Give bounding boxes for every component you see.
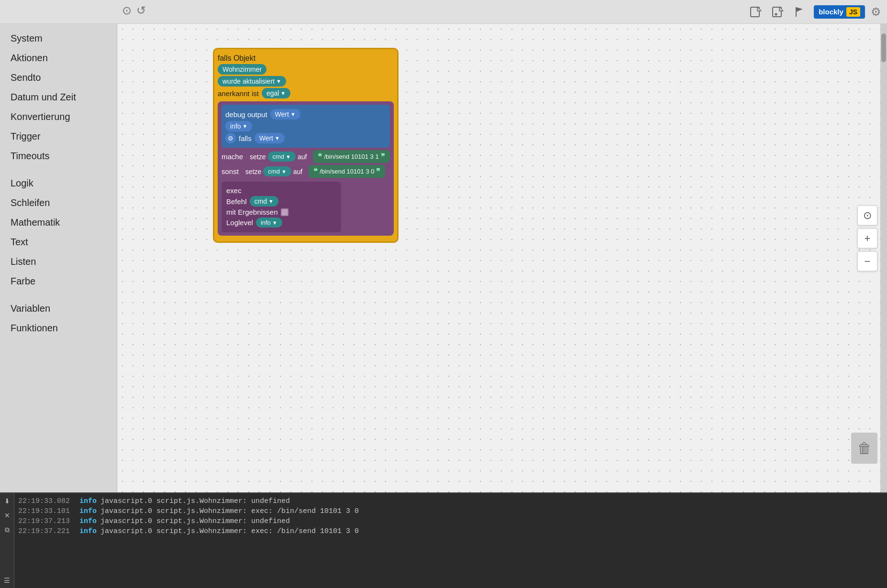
- log-msg-4: javascript.0 script.js.Wohnzimmer: exec:…: [100, 527, 359, 535]
- info-dropdown[interactable]: info ▼: [225, 121, 252, 131]
- wert1-button[interactable]: Wert ▼: [270, 109, 300, 120]
- log-clear-icon[interactable]: ✕: [4, 512, 10, 519]
- sidebar-item-farbe[interactable]: Farbe: [0, 272, 117, 291]
- zoom-in-button[interactable]: +: [857, 229, 877, 249]
- setze1-container: setze cmd ▼ auf: [246, 150, 310, 163]
- debug-label: debug output: [225, 110, 267, 119]
- log-content: 22:19:33.082 info javascript.0 script.js…: [14, 493, 887, 588]
- toolbar: ⊙ ↺ blockly JS ⚙: [0, 0, 887, 24]
- log-line-1: 22:19:33.082 info javascript.0 script.js…: [18, 496, 883, 506]
- sidebar-item-mathematik[interactable]: Mathematik: [0, 213, 117, 232]
- sidebar-item-text[interactable]: Text: [0, 232, 117, 252]
- sidebar-item-listen[interactable]: Listen: [0, 252, 117, 272]
- wert2-button[interactable]: Wert ▼: [255, 133, 285, 143]
- falls-objekt-row: falls Objekt: [218, 54, 394, 63]
- falls-objekt-label: falls Objekt: [218, 54, 255, 63]
- canvas[interactable]: falls Objekt Wohnzimmer wurde aktualisie…: [117, 24, 887, 492]
- blockly-badge[interactable]: blockly JS: [814, 5, 865, 19]
- trash-bin[interactable]: 🗑: [851, 433, 877, 464]
- js-label: JS: [846, 7, 860, 17]
- log-level-4: info: [79, 527, 97, 535]
- sonst-row: sonst setze cmd ▼ auf ❝: [222, 165, 390, 178]
- log-time-4: 22:19:37.221: [18, 527, 76, 535]
- log-sidebar: ⬇ ✕ ⧉ ☰: [0, 493, 14, 588]
- refresh-icon[interactable]: ↺: [136, 4, 146, 17]
- log-copy-icon[interactable]: ⧉: [5, 526, 10, 534]
- mache-label: mache: [222, 152, 243, 161]
- mit-ergebnissen-row: mit Ergebnissen: [226, 208, 336, 216]
- string1-block: ❝ /bin/send 10101 3 1 ❞: [313, 150, 389, 163]
- sidebar-item-datum[interactable]: Datum und Zeit: [0, 87, 117, 107]
- exec-block: exec Befehl cmd ▼ mit Ergebnissen: [222, 182, 341, 232]
- zoom-out-button[interactable]: −: [857, 251, 877, 272]
- sidebar-item-trigger[interactable]: Trigger: [0, 127, 117, 146]
- debug-block: debug output Wert ▼ info ▼: [222, 105, 390, 148]
- setze2-label: setze: [245, 168, 261, 175]
- main-area: System Aktionen Sendto Datum und Zeit Ko…: [0, 24, 887, 492]
- sidebar-item-schleifen[interactable]: Schleifen: [0, 193, 117, 213]
- sidebar-item-logik[interactable]: Logik: [0, 174, 117, 193]
- sidebar-item-konvertierung[interactable]: Konvertierung: [0, 107, 117, 127]
- log-download-icon[interactable]: ⬇: [4, 497, 10, 505]
- log-time-1: 22:19:33.082: [18, 497, 76, 505]
- wohnzimmer-row: Wohnzimmer: [218, 64, 394, 75]
- target-icon[interactable]: ⊙: [122, 4, 132, 17]
- sidebar-item-sendto[interactable]: Sendto: [0, 68, 117, 87]
- log-msg-2: javascript.0 script.js.Wohnzimmer: exec:…: [100, 507, 359, 515]
- loglevel-dropdown[interactable]: info ▼: [256, 218, 282, 228]
- exec-row: exec: [226, 186, 336, 195]
- scrollbar-right[interactable]: [880, 24, 887, 492]
- debug-row: debug output Wert ▼: [225, 109, 386, 120]
- auf1-label: auf: [298, 153, 307, 161]
- info-row: info ▼: [225, 121, 386, 131]
- log-msg-3: javascript.0 script.js.Wohnzimmer: undef…: [100, 517, 290, 525]
- log-line-2: 22:19:33.101 info javascript.0 script.js…: [18, 506, 883, 516]
- cmd1-button[interactable]: cmd ▼: [268, 152, 296, 162]
- string2-block: ❝ /bin/send 10101 3 0 ❞: [309, 165, 385, 178]
- log-level-1: info: [79, 497, 97, 505]
- befehl-row: Befehl cmd ▼: [226, 196, 336, 207]
- settings-icon[interactable]: ⚙: [871, 5, 881, 19]
- egal-button[interactable]: egal ▼: [262, 88, 290, 98]
- cmd2-button[interactable]: cmd ▼: [263, 166, 291, 176]
- wohnzimmer-button[interactable]: Wohnzimmer: [218, 64, 266, 75]
- import-icon[interactable]: [770, 4, 786, 20]
- string2-value: /bin/send 10101 3 0: [320, 168, 374, 175]
- wurde-aktualisiert-button[interactable]: wurde aktualisiert ▼: [218, 76, 286, 87]
- sidebar-item-variablen[interactable]: Variablen: [0, 299, 117, 318]
- blockly-label: blockly: [819, 8, 843, 16]
- sidebar-item-system[interactable]: System: [0, 29, 117, 48]
- setze1-label: setze: [250, 153, 266, 161]
- befehl-label: Befehl: [226, 197, 247, 206]
- cmd-dropdown[interactable]: cmd ▼: [250, 196, 278, 207]
- zoom-controls: ⊙ + −: [857, 206, 877, 272]
- export-icon[interactable]: [748, 4, 764, 20]
- falls-wert-row: ⚙ falls Wert ▼: [225, 133, 386, 143]
- log-line-4: 22:19:37.221 info javascript.0 script.js…: [18, 526, 883, 536]
- setze-block-1: setze cmd ▼ auf ❝ /bin/send 10101 3 1: [246, 150, 390, 163]
- mit-ergebnissen-label: mit Ergebnissen: [226, 208, 278, 216]
- setze-block-2: setze cmd ▼ auf ❝ /bin/send 10101 3 0: [242, 165, 386, 178]
- log-level-3: info: [79, 517, 97, 525]
- outer-block: falls Objekt Wohnzimmer wurde aktualisie…: [213, 48, 399, 243]
- auf2-label: auf: [293, 168, 302, 175]
- falls-gear-icon[interactable]: ⚙: [225, 133, 236, 143]
- log-bottom-icon[interactable]: ☰: [4, 577, 10, 584]
- string1-value: /bin/send 10101 3 1: [324, 153, 378, 160]
- blocks-container: falls Objekt Wohnzimmer wurde aktualisie…: [213, 48, 399, 243]
- zoom-center-button[interactable]: ⊙: [857, 206, 877, 226]
- flag-icon[interactable]: [792, 4, 808, 20]
- log-panel: ⬇ ✕ ⧉ ☰ 22:19:33.082 info javascript.0 s…: [0, 492, 887, 588]
- sidebar-item-timeouts[interactable]: Timeouts: [0, 146, 117, 166]
- sonst-label: sonst: [222, 167, 239, 175]
- sidebar-item-funktionen[interactable]: Funktionen: [0, 318, 117, 338]
- loglevel-row: Loglevel info ▼: [226, 218, 336, 228]
- log-time-2: 22:19:33.101: [18, 507, 76, 515]
- wurde-aktualisiert-row: wurde aktualisiert ▼: [218, 76, 394, 87]
- log-msg-1: javascript.0 script.js.Wohnzimmer: undef…: [100, 497, 290, 505]
- sidebar-item-aktionen[interactable]: Aktionen: [0, 48, 117, 68]
- setze2-container: setze cmd ▼ auf: [242, 165, 306, 178]
- log-level-2: info: [79, 507, 97, 515]
- mit-ergebnissen-checkbox[interactable]: [281, 208, 288, 216]
- scrollbar-thumb[interactable]: [881, 33, 886, 62]
